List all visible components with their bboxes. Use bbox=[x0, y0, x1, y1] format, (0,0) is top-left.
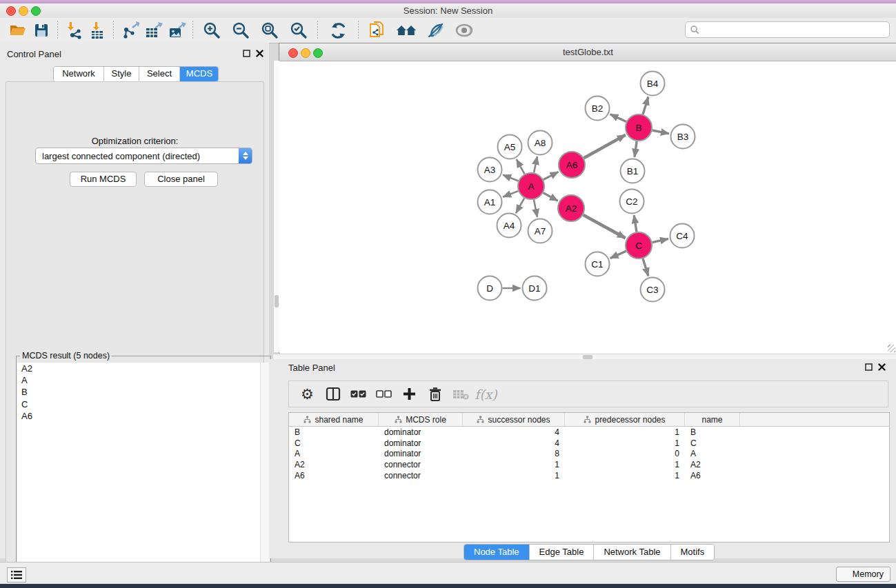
zoom-selected-button[interactable] bbox=[287, 20, 310, 41]
cell-MCDS-role[interactable]: connector bbox=[379, 460, 463, 469]
column-header-MCDS-role[interactable]: MCDS role bbox=[379, 413, 463, 426]
edge-A-A8[interactable] bbox=[534, 156, 537, 172]
zoom-in-button[interactable] bbox=[200, 20, 223, 41]
show-columns-button[interactable] bbox=[320, 383, 346, 405]
cell-shared-name[interactable]: C bbox=[289, 438, 379, 448]
add-row-button[interactable] bbox=[397, 383, 422, 405]
tab-select[interactable]: Select bbox=[139, 67, 180, 81]
vertical-scroll-thumb[interactable] bbox=[275, 295, 279, 307]
hide-graphics-details-button[interactable] bbox=[424, 20, 447, 41]
home-button[interactable] bbox=[395, 20, 418, 41]
edge-B-B4[interactable] bbox=[643, 97, 648, 114]
result-item[interactable]: A6 bbox=[17, 410, 270, 422]
edge-B-B2[interactable] bbox=[610, 114, 626, 122]
edge-C-C3[interactable] bbox=[643, 258, 648, 276]
network-canvas[interactable]: B4B2BB3A8A5A6A3B1AC2A1A2A4A7C4CC1DD1C3 bbox=[279, 61, 895, 353]
column-header-name[interactable]: name bbox=[685, 413, 740, 426]
mcds-result-list[interactable]: A2ABCA6 bbox=[17, 363, 270, 586]
cell-shared-name[interactable]: A2 bbox=[289, 460, 379, 469]
cell-MCDS-role[interactable]: dominator bbox=[379, 427, 463, 437]
cell-shared-name[interactable]: B bbox=[289, 427, 379, 437]
result-item[interactable]: A2 bbox=[17, 363, 270, 374]
table-row[interactable]: A6connector11A6 bbox=[289, 470, 889, 481]
export-network-button[interactable] bbox=[118, 20, 141, 41]
function-builder-button[interactable]: f(x) bbox=[473, 383, 499, 405]
network-vertical-scrollbar[interactable] bbox=[273, 61, 279, 352]
close-panel-button[interactable]: Close panel bbox=[144, 172, 218, 187]
column-header-shared-name[interactable]: shared name bbox=[289, 413, 379, 426]
edge-A-A7[interactable] bbox=[534, 200, 537, 217]
import-table-file-button[interactable] bbox=[86, 20, 109, 41]
search-field[interactable] bbox=[685, 21, 890, 38]
edge-A-A5[interactable] bbox=[517, 159, 525, 174]
table-row[interactable]: Cdominator41C bbox=[289, 438, 889, 449]
edge-A-A1[interactable] bbox=[503, 191, 518, 197]
network-graph[interactable]: B4B2BB3A8A5A6A3B1AC2A1A2A4A7C4CC1DD1C3 bbox=[279, 61, 895, 353]
resize-grip-icon[interactable] bbox=[888, 345, 895, 352]
cell-successor-nodes[interactable]: 1 bbox=[463, 471, 565, 480]
tab-mcds[interactable]: MCDS bbox=[180, 67, 219, 81]
edge-C-C1[interactable] bbox=[610, 251, 626, 258]
tab-node-table[interactable]: Node Table bbox=[464, 545, 530, 560]
result-item[interactable]: A bbox=[17, 374, 270, 386]
result-item[interactable]: B bbox=[17, 386, 270, 398]
cell-MCDS-role[interactable]: connector bbox=[379, 471, 463, 480]
search-input[interactable] bbox=[702, 24, 889, 35]
edge-A-A2[interactable] bbox=[544, 193, 558, 201]
cell-MCDS-role[interactable]: dominator bbox=[379, 438, 463, 448]
apply-layout-button[interactable] bbox=[326, 20, 350, 41]
cell-successor-nodes[interactable]: 1 bbox=[463, 460, 565, 469]
close-panel-icon[interactable] bbox=[256, 50, 263, 57]
task-history-button[interactable] bbox=[7, 567, 26, 582]
cell-shared-name[interactable]: A6 bbox=[289, 471, 379, 480]
edge-A-A6[interactable] bbox=[544, 172, 559, 179]
cell-predecessor-nodes[interactable]: 0 bbox=[565, 449, 685, 458]
node-table[interactable]: shared nameMCDS rolesuccessor nodesprede… bbox=[288, 412, 890, 543]
edge-A-A4[interactable] bbox=[516, 198, 524, 213]
cell-name[interactable]: B bbox=[685, 427, 740, 437]
cell-successor-nodes[interactable]: 4 bbox=[463, 438, 565, 448]
run-mcds-button[interactable]: Run MCDS bbox=[70, 172, 137, 187]
cell-name[interactable]: A6 bbox=[685, 471, 740, 480]
cell-predecessor-nodes[interactable]: 1 bbox=[565, 460, 685, 469]
tab-network-table[interactable]: Network Table bbox=[594, 545, 670, 560]
column-header-predecessor-nodes[interactable]: predecessor nodes bbox=[565, 413, 685, 426]
deselect-all-button[interactable] bbox=[371, 383, 397, 405]
close-panel-icon[interactable] bbox=[878, 363, 886, 371]
memory-button[interactable]: Memory bbox=[836, 567, 890, 582]
table-row[interactable]: Adominator80A bbox=[289, 448, 889, 459]
result-item[interactable]: C bbox=[17, 398, 270, 410]
fit-content-button[interactable] bbox=[258, 20, 281, 41]
criterion-select[interactable]: largest connected component (directed) bbox=[35, 148, 252, 164]
edge-C-C2[interactable] bbox=[634, 215, 637, 232]
table-row[interactable]: A2connector11A2 bbox=[289, 459, 889, 470]
save-session-button[interactable] bbox=[30, 20, 53, 41]
tab-network[interactable]: Network bbox=[54, 67, 104, 81]
edge-A-A3[interactable] bbox=[503, 175, 518, 181]
tab-style[interactable]: Style bbox=[104, 67, 139, 81]
edge-B-B1[interactable] bbox=[635, 141, 637, 157]
select-all-button[interactable] bbox=[346, 383, 371, 405]
edge-B-B3[interactable] bbox=[653, 130, 669, 134]
cell-successor-nodes[interactable]: 8 bbox=[463, 449, 565, 458]
export-table-button[interactable] bbox=[141, 20, 165, 41]
delete-table-button[interactable] bbox=[448, 383, 473, 405]
table-row[interactable]: Bdominator41B bbox=[289, 427, 889, 438]
column-header-successor-nodes[interactable]: successor nodes bbox=[463, 413, 565, 426]
edge-C-C4[interactable] bbox=[653, 239, 668, 242]
float-panel-icon[interactable] bbox=[243, 50, 250, 57]
zoom-out-button[interactable] bbox=[229, 20, 252, 41]
open-session-button[interactable] bbox=[6, 20, 30, 41]
cell-predecessor-nodes[interactable]: 1 bbox=[565, 471, 685, 480]
cell-successor-nodes[interactable]: 4 bbox=[463, 427, 565, 437]
network-file-button[interactable] bbox=[366, 20, 389, 41]
import-network-file-button[interactable] bbox=[62, 20, 86, 41]
birds-eye-view-button[interactable] bbox=[452, 20, 476, 41]
result-scrollbar[interactable] bbox=[260, 363, 270, 586]
main-titlebar[interactable]: Session: New Session bbox=[0, 3, 896, 18]
tab-edge-table[interactable]: Edge Table bbox=[530, 545, 595, 560]
cell-name[interactable]: A2 bbox=[685, 460, 740, 469]
network-window-titlebar[interactable]: testGlobe.txt bbox=[279, 43, 896, 61]
float-panel-icon[interactable] bbox=[865, 363, 873, 371]
cell-predecessor-nodes[interactable]: 1 bbox=[565, 427, 685, 437]
